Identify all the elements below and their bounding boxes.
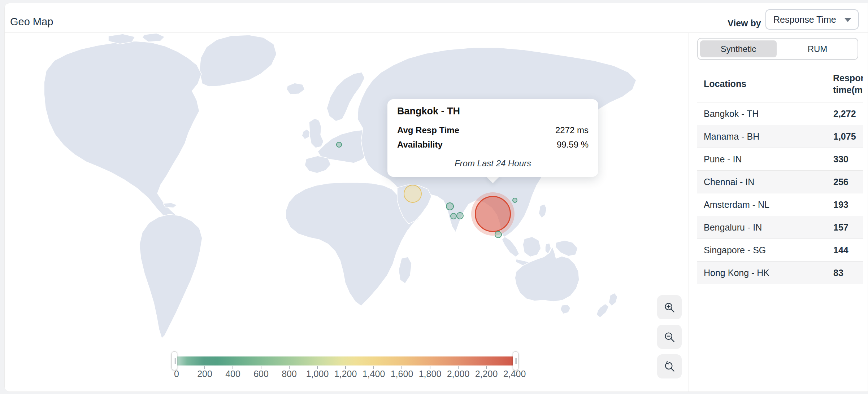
location-cell: Amsterdam - NL [704,193,769,216]
map-marker-bengaluru-in[interactable] [456,212,464,219]
tooltip-metric-label: Avg Resp Time [397,125,459,135]
tooltip-metric-label: Availability [397,140,443,150]
table-row[interactable]: Manama - BH1,075 [697,125,863,148]
response-time-cell: 256 [827,171,863,193]
tooltip-metric-value: 99.59 % [557,140,589,150]
tooltip-metric-value: 2272 ms [555,125,589,135]
tab-synthetic[interactable]: Synthetic [700,40,777,57]
table-row[interactable]: Singapore - SG144 [697,238,863,261]
panel-divider [689,33,689,392]
table-row[interactable]: Amsterdam - NL193 [697,193,863,216]
location-cell: Bangkok - TH [704,102,759,125]
response-time-cell: 144 [827,239,863,261]
page-title: Geo Map [10,16,53,28]
map-marker-bangkok-th[interactable] [475,196,511,232]
legend-tick-label: 1,400 [357,369,390,379]
chevron-down-icon [844,18,851,22]
legend-tick-label: 600 [245,369,277,379]
response-time-cell: 157 [827,216,863,238]
source-tab-group: Synthetic RUM [697,38,858,60]
response-time-cell: 1,075 [827,125,863,148]
table-row[interactable]: Hong Kong - HK83 [697,261,863,284]
tooltip-divider [392,121,593,121]
legend-tick-label: 200 [188,369,221,379]
map-marker-chennai-in[interactable] [450,213,457,219]
table-row[interactable]: Chennai - IN256 [697,170,863,193]
map-tooltip: Bangkok - TH Avg Resp Time 2272 ms Avail… [387,99,598,177]
view-by-selected-value: Response Time [773,14,836,25]
legend-max-handle[interactable] [513,351,518,370]
zoom-out-icon [664,331,675,343]
legend-tick-label: 1,600 [386,369,418,379]
location-cell: Hong Kong - HK [704,262,769,284]
map-marker-amsterdam-nl[interactable] [336,142,342,148]
table-row[interactable]: Bangkok - TH2,272 [697,102,863,125]
response-time-cell: 83 [827,262,863,284]
response-time-cell: 193 [827,193,863,216]
zoom-reset-button[interactable] [657,354,682,378]
view-by-label: View by [728,18,761,29]
zoom-reset-icon [664,361,675,372]
location-cell: Singapore - SG [704,239,766,261]
table-row[interactable]: Pune - IN330 [697,148,863,170]
legend-tick-label: 2,200 [470,369,503,379]
zoom-in-button[interactable] [657,295,682,319]
legend-tick-label: 1,200 [329,369,362,379]
legend-tick-label: 800 [273,369,305,379]
tab-rum[interactable]: RUM [779,40,856,57]
zoom-out-button[interactable] [657,325,682,349]
column-header-response-time: Response time(ms) [833,72,863,96]
legend-tick-label: 400 [217,369,249,379]
locations-table-body: Bangkok - TH2,272Manama - BH1,075Pune - … [697,102,863,284]
geo-map-widget: Geo Map View by Response Time Bangkok - … [0,0,868,394]
map-marker-singapore-sg[interactable] [495,231,502,238]
legend-gradient-bar [177,356,515,365]
map-marker-manama-bh[interactable] [404,185,422,203]
location-cell: Chennai - IN [704,171,754,193]
view-by-dropdown[interactable]: Response Time [765,9,859,30]
legend-tick-label: 1,800 [414,369,446,379]
map-marker-pune-in[interactable] [446,202,454,210]
legend-tick-label: 2,000 [442,369,474,379]
zoom-in-icon [664,302,675,313]
column-header-locations: Locations [704,79,746,89]
tooltip-footer: From Last 24 Hours [387,158,598,168]
map-marker-hong-kong-hk[interactable] [512,198,517,203]
header-divider [4,32,868,33]
location-cell: Pune - IN [704,148,742,170]
legend-min-handle[interactable] [172,351,177,370]
tooltip-title: Bangkok - TH [397,106,460,117]
legend-tick-label: 0 [160,369,193,379]
location-cell: Manama - BH [704,125,759,148]
table-row[interactable]: Bengaluru - IN157 [697,216,863,238]
legend-tick-label: 2,400 [498,369,531,379]
legend-tick-label: 1,000 [301,369,334,379]
response-time-cell: 2,272 [827,102,863,125]
response-time-cell: 330 [827,148,863,170]
location-cell: Bengaluru - IN [704,216,762,238]
